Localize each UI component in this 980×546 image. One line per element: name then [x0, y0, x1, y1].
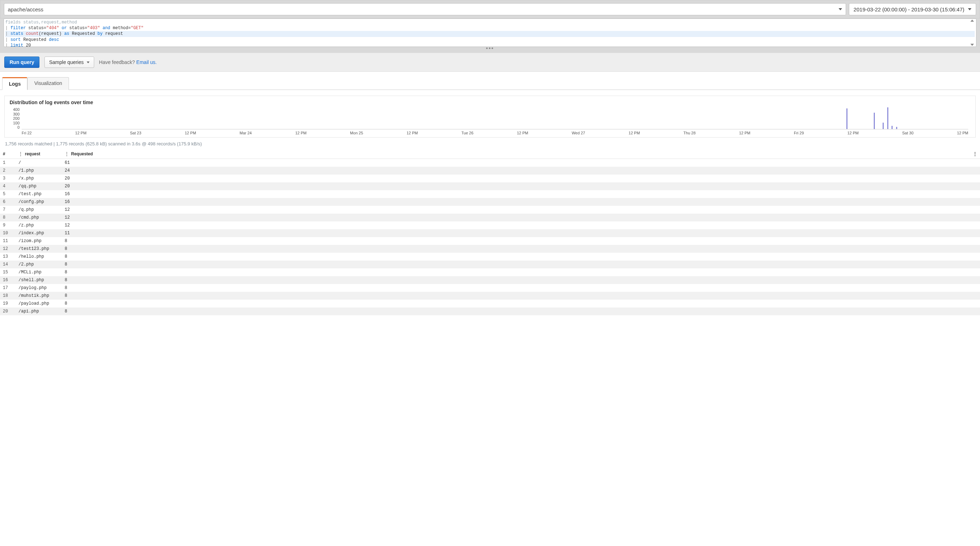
run-query-button[interactable]: Run query — [4, 57, 40, 68]
cell-index: 4 — [0, 182, 16, 190]
column-header-request[interactable]: ⋮request — [16, 149, 62, 159]
y-tick: 200 — [10, 116, 19, 121]
table-row[interactable]: 6/confg.php16 — [0, 198, 980, 206]
chart-title: Distribution of log events over time — [10, 100, 970, 105]
cell-index: 5 — [0, 190, 16, 198]
chart-bar — [874, 113, 875, 129]
date-range-dropdown[interactable]: 2019-03-22 (00:00:00) - 2019-03-30 (15:0… — [849, 3, 976, 15]
tab-visualization[interactable]: Visualization — [27, 77, 68, 90]
result-tabs: Logs Visualization — [0, 77, 980, 90]
cell-requested: 12 — [62, 213, 970, 221]
cell-request: /MCLi.php — [16, 268, 62, 276]
table-row[interactable]: 12/test123.php8 — [0, 245, 980, 253]
x-tick: 12 PM — [185, 131, 196, 135]
scan-status: 1,756 records matched | 1,775 records (6… — [0, 139, 980, 149]
x-tick: Sat 30 — [902, 131, 913, 135]
editor-scrollbar[interactable] — [970, 19, 975, 46]
feedback-link[interactable]: Email us. — [137, 59, 157, 65]
cell-spacer — [970, 206, 980, 213]
table-row[interactable]: 7/q.php12 — [0, 206, 980, 213]
cell-index: 10 — [0, 229, 16, 237]
cell-requested: 61 — [62, 159, 970, 167]
column-header-requested[interactable]: ⋮Requested — [62, 149, 970, 159]
chart-plot — [22, 107, 968, 129]
chart-x-axis: Fri 2212 PMSat 2312 PMMar 2412 PMMon 251… — [22, 130, 968, 135]
cell-index: 7 — [0, 206, 16, 213]
cell-requested: 8 — [62, 253, 970, 261]
scroll-down-icon — [970, 44, 974, 46]
chevron-down-icon — [87, 62, 89, 63]
x-tick: 12 PM — [407, 131, 418, 135]
table-row[interactable]: 8/cmd.php12 — [0, 213, 980, 221]
cell-index: 6 — [0, 198, 16, 206]
cell-index: 11 — [0, 237, 16, 245]
cell-index: 15 — [0, 268, 16, 276]
chart-area: 4003002001000 Fri 2212 PMSat 2312 PMMar … — [10, 107, 970, 135]
tab-logs[interactable]: Logs — [2, 77, 27, 90]
drag-handle-icon: ⋮ — [65, 151, 69, 156]
x-tick: Thu 28 — [683, 131, 695, 135]
cell-request: /payload.php — [16, 300, 62, 307]
chart-bar — [846, 108, 848, 129]
table-row[interactable]: 11/izom.php8 — [0, 237, 980, 245]
table-row[interactable]: 4/qq.php20 — [0, 182, 980, 190]
column-header-index[interactable]: # — [0, 149, 16, 159]
query-line: | filter status="404" or status="403" an… — [5, 25, 975, 31]
cell-request: /z.php — [16, 221, 62, 229]
log-group-value: apache/access — [8, 6, 43, 13]
table-row[interactable]: 3/x.php20 — [0, 175, 980, 182]
cell-spacer — [970, 159, 980, 167]
cell-index: 9 — [0, 221, 16, 229]
cell-spacer — [970, 300, 980, 307]
x-tick: Fri 29 — [794, 131, 804, 135]
chart-bar — [891, 126, 892, 129]
cell-spacer — [970, 284, 980, 292]
chart-bar — [896, 127, 897, 129]
x-tick: Mon 25 — [350, 131, 363, 135]
query-editor[interactable]: fields status,request,method | filter st… — [3, 19, 977, 47]
table-row[interactable]: 15/MCLi.php8 — [0, 268, 980, 276]
cell-spacer — [970, 167, 980, 175]
cell-request: /shell.php — [16, 276, 62, 284]
cell-spacer — [970, 213, 980, 221]
table-row[interactable]: 13/hello.php8 — [0, 253, 980, 261]
cell-spacer — [970, 190, 980, 198]
table-row[interactable]: 20/api.php8 — [0, 307, 980, 315]
cell-index: 13 — [0, 253, 16, 261]
table-row[interactable]: 5/test.php16 — [0, 190, 980, 198]
cell-spacer — [970, 175, 980, 182]
x-tick: 12 PM — [628, 131, 640, 135]
cell-index: 2 — [0, 167, 16, 175]
log-group-dropdown[interactable]: apache/access — [4, 3, 846, 15]
cell-request: /hello.php — [16, 253, 62, 261]
query-line: | sort Requested desc — [5, 37, 975, 43]
cell-requested: 24 — [62, 167, 970, 175]
cell-requested: 20 — [62, 182, 970, 190]
x-tick: Mar 24 — [240, 131, 251, 135]
table-row[interactable]: 2/1.php24 — [0, 167, 980, 175]
sample-queries-button[interactable]: Sample queries — [45, 57, 94, 68]
cell-spacer — [970, 229, 980, 237]
cell-requested: 8 — [62, 292, 970, 300]
table-row[interactable]: 19/payload.php8 — [0, 300, 980, 307]
table-row[interactable]: 14/2.php8 — [0, 261, 980, 268]
cell-spacer — [970, 292, 980, 300]
table-row[interactable]: 16/shell.php8 — [0, 276, 980, 284]
cell-spacer — [970, 245, 980, 253]
cell-requested: 8 — [62, 245, 970, 253]
table-options-button[interactable]: ⋮ — [970, 149, 980, 159]
query-line: | limit 20 — [5, 43, 975, 47]
cell-request: /q.php — [16, 206, 62, 213]
table-row[interactable]: 1/61 — [0, 159, 980, 167]
x-tick: 12 PM — [848, 131, 859, 135]
cell-requested: 8 — [62, 237, 970, 245]
table-row[interactable]: 17/paylog.php8 — [0, 284, 980, 292]
table-row[interactable]: 10/index.php11 — [0, 229, 980, 237]
table-row[interactable]: 9/z.php12 — [0, 221, 980, 229]
x-tick: Sat 23 — [130, 131, 142, 135]
cell-request: /cmd.php — [16, 213, 62, 221]
editor-resize-handle[interactable]: ••• — [3, 47, 977, 51]
cell-request: /qq.php — [16, 182, 62, 190]
y-tick: 400 — [10, 107, 19, 111]
table-row[interactable]: 18/muhstik.php8 — [0, 292, 980, 300]
